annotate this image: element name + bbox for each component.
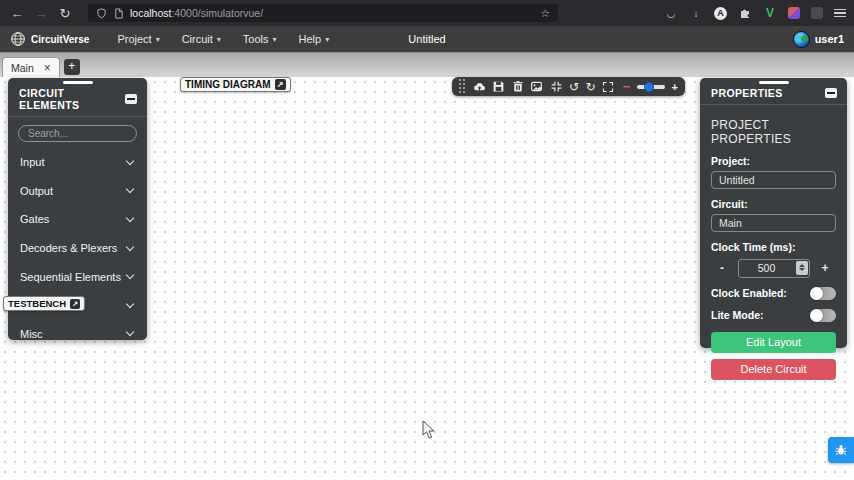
spin-down-icon[interactable] [799, 268, 805, 271]
toggle-knob [810, 287, 823, 300]
redo-icon[interactable]: ↻ [586, 80, 596, 93]
clock-time-input-wrap [738, 258, 810, 278]
save-icon[interactable] [492, 80, 505, 93]
pocket-icon[interactable]: ◡ [664, 6, 678, 20]
menu-help[interactable]: Help▾ [299, 33, 330, 45]
shield-icon [96, 8, 107, 19]
download-icon[interactable]: ↓ [689, 6, 703, 20]
category-label: Output [20, 185, 53, 197]
drag-grip-icon[interactable] [459, 79, 466, 94]
colored-extension-icon[interactable] [788, 7, 800, 19]
circuit-name-input[interactable] [711, 214, 836, 232]
category-sequential-elements[interactable]: Sequential Elements [20, 262, 137, 291]
brand[interactable]: CircuitVerse [10, 31, 89, 47]
fullscreen-icon[interactable] [602, 80, 614, 93]
clock-time-label: Clock Time (ms): [711, 241, 836, 253]
delete-icon[interactable] [512, 80, 524, 93]
fit-to-screen-icon[interactable] [550, 80, 563, 93]
lite-mode-row: Lite Mode: [711, 309, 836, 322]
menu-help-label: Help [299, 33, 322, 45]
clock-time-control: - + [711, 258, 836, 278]
delete-circuit-button[interactable]: Delete Circuit [711, 359, 836, 380]
zoom-slider[interactable] [637, 85, 665, 89]
browser-back-icon[interactable]: ← [8, 6, 26, 21]
category-label: Input [20, 156, 44, 168]
minimize-icon[interactable] [125, 94, 137, 104]
zoom-slider-thumb[interactable] [644, 82, 654, 92]
lite-mode-toggle[interactable] [810, 309, 836, 322]
menu-tools[interactable]: Tools▾ [243, 33, 277, 45]
menu-tools-label: Tools [243, 33, 269, 45]
browser-toolbar: ← → ↻ localhost:4000/simulatorvue/ ☆ ◡ ↓… [0, 0, 854, 26]
mouse-cursor [422, 420, 438, 440]
timing-diagram-label: TIMING DIAGRAM [185, 79, 271, 90]
export-image-icon[interactable] [530, 80, 543, 93]
undo-icon[interactable]: ↺ [569, 80, 579, 93]
browser-reload-icon[interactable]: ↻ [56, 6, 74, 21]
increment-button[interactable]: + [820, 261, 830, 275]
drag-handle[interactable] [759, 81, 789, 84]
testbench-button[interactable]: TESTBENCH ↗ [3, 296, 85, 311]
category-decoders-plexers[interactable]: Decoders & Plexers [20, 234, 137, 263]
zoom-out-icon[interactable]: − [623, 79, 631, 94]
browser-menu-icon[interactable] [834, 9, 846, 18]
tab-main[interactable]: Main × [2, 57, 60, 77]
edit-layout-button[interactable]: Edit Layout [711, 332, 836, 353]
browser-forward-icon[interactable]: → [32, 6, 50, 21]
report-issue-button[interactable] [828, 437, 854, 463]
menu-project-label: Project [117, 33, 151, 45]
toggle-knob [810, 309, 823, 322]
chevron-down-icon [126, 242, 134, 250]
category-label: Gates [20, 213, 49, 225]
testbench-label: TESTBENCH [8, 298, 66, 309]
clock-enabled-label: Clock Enabled: [711, 287, 787, 299]
category-misc[interactable]: Misc [20, 320, 137, 349]
timing-diagram-button[interactable]: TIMING DIAGRAM ↗ [180, 77, 291, 92]
category-input[interactable]: Input [20, 148, 137, 177]
chevron-down-icon: ▾ [273, 35, 277, 44]
project-name-input[interactable] [711, 171, 836, 189]
user-menu[interactable]: user1 [793, 31, 844, 48]
avatar [793, 31, 810, 48]
palette-title: CIRCUIT ELEMENTS [19, 87, 125, 111]
account-extension-icon[interactable]: A [714, 7, 727, 20]
v-extension-icon[interactable]: V [763, 6, 777, 20]
dark-extension-icon[interactable] [811, 7, 823, 19]
circuit-label: Circuit: [711, 198, 836, 210]
drag-handle[interactable] [63, 81, 93, 84]
decrement-button[interactable]: - [717, 261, 727, 275]
category-output[interactable]: Output [20, 177, 137, 206]
menu-circuit[interactable]: Circuit▾ [182, 33, 221, 45]
chevron-down-icon [126, 300, 134, 308]
chevron-down-icon [126, 214, 134, 222]
circuitverse-app: ← → ↻ localhost:4000/simulatorvue/ ☆ ◡ ↓… [0, 0, 854, 480]
minimize-icon[interactable] [825, 88, 837, 98]
username: user1 [815, 33, 844, 45]
number-spinner[interactable] [796, 261, 808, 275]
project-properties-heading: PROJECT PROPERTIES [711, 118, 836, 146]
menu-project[interactable]: Project▾ [117, 33, 159, 45]
search-input[interactable] [18, 125, 137, 142]
bookmark-star-icon[interactable]: ☆ [540, 7, 550, 20]
url-host: localhost [130, 7, 171, 19]
cloud-upload-icon[interactable] [473, 80, 486, 93]
address-bar[interactable]: localhost:4000/simulatorvue/ ☆ [88, 4, 558, 22]
chevron-down-icon [126, 328, 134, 336]
add-circuit-button[interactable]: + [64, 59, 80, 75]
lite-mode-label: Lite Mode: [711, 309, 764, 321]
circuit-tab-bar: Main × + [0, 52, 854, 77]
app-navbar: CircuitVerse Project▾ Circuit▾ Tools▾ He… [0, 26, 854, 52]
chevron-down-icon: ▾ [156, 35, 160, 44]
close-icon[interactable]: × [44, 62, 51, 74]
category-gates[interactable]: Gates [20, 205, 137, 234]
chevron-down-icon: ▾ [217, 35, 221, 44]
zoom-in-icon[interactable]: + [672, 81, 678, 93]
properties-title: PROPERTIES [711, 87, 783, 99]
menu-circuit-label: Circuit [182, 33, 213, 45]
clock-enabled-toggle[interactable] [810, 287, 836, 300]
spin-up-icon[interactable] [799, 264, 805, 267]
chevron-down-icon [126, 185, 134, 193]
menu-bar: Project▾ Circuit▾ Tools▾ Help▾ [117, 33, 329, 45]
page-icon [113, 8, 124, 19]
puzzle-extension-icon[interactable] [738, 6, 752, 20]
